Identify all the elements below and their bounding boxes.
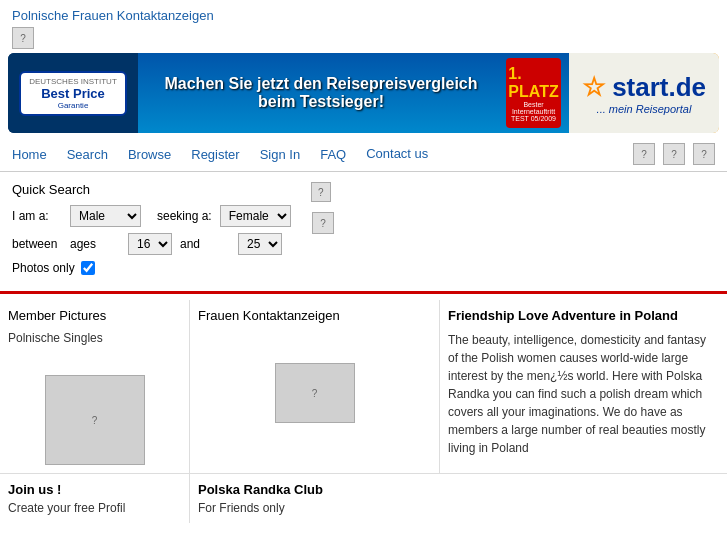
best-price-top: DEUTSCHES INSTITUT (29, 77, 117, 86)
nav-signin[interactable]: Sign In (260, 147, 300, 162)
bottom-left: Join us ! Create your free Profil (0, 474, 190, 523)
center-image-placeholder: ? (275, 363, 355, 423)
center-title: Frauen Kontaktanzeigen (198, 308, 431, 323)
nav-bar: Home Search Browse Register Sign In FAQ … (0, 137, 727, 172)
best-price-sub: Garantie (29, 101, 117, 110)
nav-icon-2[interactable]: ? (663, 143, 685, 165)
sidebar: Member Pictures Polnische Singles ? (0, 300, 190, 473)
section-divider (0, 291, 727, 294)
right-body: The beauty, intelligence, domesticity an… (448, 331, 719, 457)
best-price-badge: DEUTSCHES INSTITUT Best Price Garantie (19, 71, 127, 116)
start-logo: ☆ start.de (582, 72, 706, 103)
banner-right: ☆ start.de ... mein Reiseportal (569, 53, 719, 133)
nav-contact-link[interactable]: Contact us (366, 146, 428, 162)
main-content: Member Pictures Polnische Singles ? Frau… (0, 300, 727, 473)
bottom-left-sub: Create your free Profil (8, 501, 181, 515)
qs-i-am-label: I am a: (12, 209, 62, 223)
sidebar-subtitle: Polnische Singles (8, 331, 181, 345)
qs-photos-row: Photos only (12, 261, 291, 275)
qs-photos-checkbox[interactable] (81, 261, 95, 275)
banner: DEUTSCHES INSTITUT Best Price Garantie M… (8, 53, 719, 133)
banner-text: Machen Sie jetzt den Reisepre­is­verglei… (146, 75, 496, 111)
qs-i-am-row: I am a: Male Female seeking a: Female Ma… (12, 205, 291, 227)
qs-help2-icon[interactable]: ? (312, 212, 334, 234)
nav-icon-1[interactable]: ? (633, 143, 655, 165)
qs-ages-row: between ages 1617181920 and 25303540 (12, 233, 291, 255)
bottom-right-title: Polska Randka Club (198, 482, 719, 497)
nav-icon-3[interactable]: ? (693, 143, 715, 165)
qs-i-am-select[interactable]: Male Female (70, 205, 141, 227)
qs-and-label: and (180, 237, 230, 251)
nav-icon-group: ? ? ? (633, 143, 715, 165)
bottom-right-sub: For Friends only (198, 501, 719, 515)
award-number: 1. PLATZ (508, 65, 558, 101)
sidebar-title: Member Pictures (8, 308, 181, 323)
qs-photos-label: Photos only (12, 261, 75, 275)
qs-age-from-select[interactable]: 1617181920 (128, 233, 172, 255)
sidebar-image-placeholder: ? (45, 375, 145, 465)
qs-seeking-label: seeking a: (157, 209, 212, 223)
title-image-placeholder: ? (12, 27, 34, 49)
right-column: Friendship Love Adventure in Poland The … (440, 300, 727, 473)
best-price-main: Best Price (29, 86, 117, 101)
page-title-link[interactable]: Polnische Frauen Kontaktanzeigen (12, 8, 214, 23)
nav-browse[interactable]: Browse (128, 147, 171, 162)
qs-ages-label: ages (70, 237, 120, 251)
banner-left: DEUTSCHES INSTITUT Best Price Garantie (8, 53, 138, 133)
banner-middle: Machen Sie jetzt den Reisepre­is­verglei… (138, 53, 569, 133)
right-title: Friendship Love Adventure in Poland (448, 308, 719, 323)
start-tagline: ... mein Reiseportal (597, 103, 692, 115)
nav-contact[interactable]: Contact us (366, 146, 428, 162)
qs-help-icon[interactable]: ? (311, 182, 331, 202)
quick-search: Quick Search I am a: Male Female seeking… (0, 172, 727, 285)
bottom-row: Join us ! Create your free Profil Polska… (0, 473, 727, 523)
center-column: Frauen Kontaktanzeigen ? (190, 300, 440, 473)
qs-age-to-select[interactable]: 25303540 (238, 233, 282, 255)
page-title-bar: Polnische Frauen Kontaktanzeigen (0, 0, 727, 27)
bottom-left-title: Join us ! (8, 482, 181, 497)
quick-search-title: Quick Search (12, 182, 291, 197)
nav-register[interactable]: Register (191, 147, 239, 162)
award-label: Bester Internetauftritt (510, 101, 557, 115)
banner-award: 1. PLATZ Bester Internetauftritt TEST 05… (506, 58, 561, 128)
award-test: TEST 05/2009 (511, 115, 556, 122)
bottom-right: Polska Randka Club For Friends only (190, 474, 727, 523)
nav-faq[interactable]: FAQ (320, 147, 346, 162)
nav-home[interactable]: Home (12, 147, 47, 162)
qs-seeking-select[interactable]: Female Male (220, 205, 291, 227)
qs-between-label: between (12, 237, 62, 251)
nav-search[interactable]: Search (67, 147, 108, 162)
